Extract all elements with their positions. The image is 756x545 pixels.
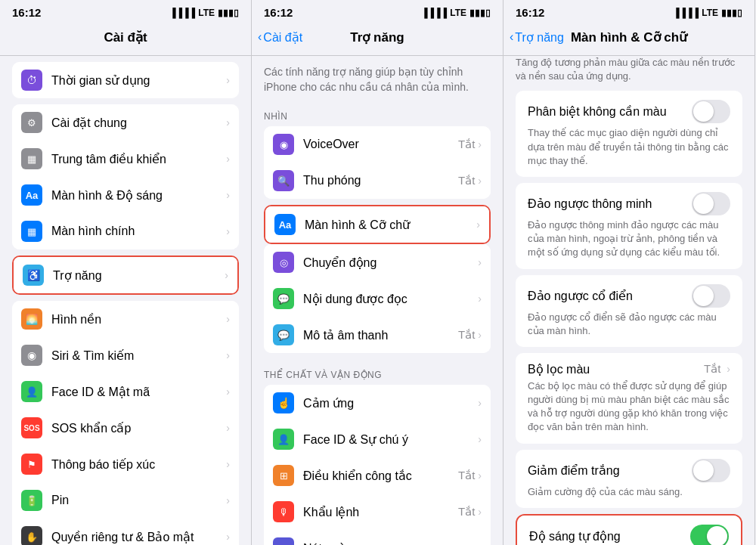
chevron-tro-nang: › <box>225 269 228 281</box>
list-item-face-id[interactable]: 👤 Face ID & Mật mã › <box>12 373 239 410</box>
cam-ung-icon: ☝ <box>273 392 294 413</box>
toggle-gdt-thumb <box>693 460 714 481</box>
row-gdt-desc: Giảm cường độ của các màu sáng. <box>528 485 730 499</box>
man-hinh-co-chu-icon: Aa <box>274 214 296 235</box>
toggle-dncd[interactable] <box>692 284 730 308</box>
mo-ta-value: Tắt <box>458 328 475 342</box>
list-item-cai-dat-chung[interactable]: ⚙ Cài đặt chung › <box>12 104 239 141</box>
nav-bar-1: Cài đặt <box>0 22 251 55</box>
list-item-chuyen-dong[interactable]: ◎ Chuyển động › <box>264 244 491 280</box>
dieu-khien-icon: ⊞ <box>273 465 294 486</box>
noi-dung-icon: 💬 <box>273 288 294 309</box>
back-arrow-3: ‹ <box>510 30 513 44</box>
toggle-dntm[interactable] <box>692 192 730 215</box>
list-item-thu-phong[interactable]: 🔍 Thu phóng Tắt › <box>264 163 491 199</box>
settings-list-2[interactable]: Các tính năng trợ năng giúp bạn tùy chỉn… <box>252 56 503 545</box>
chevron-3: › <box>226 189 230 201</box>
man-hinh-chinh-icon: ▦ <box>21 221 42 242</box>
back-button-2[interactable]: ‹ Cài đặt <box>258 30 302 45</box>
list-item-sos[interactable]: SOS SOS khẩn cấp › <box>12 410 239 446</box>
cai-dat-chung-icon: ⚙ <box>21 112 42 133</box>
chevron-11: › <box>226 494 230 506</box>
chevron-mt: › <box>478 329 482 341</box>
khau-lenh-label: Khẩu lệnh <box>303 505 458 519</box>
row-dncd-title-row: Đảo ngược cổ điển <box>528 284 730 308</box>
row-dncd-title: Đảo ngược cổ điển <box>528 289 633 303</box>
list-item-tro-nang[interactable]: ♿ Trợ năng › <box>14 257 237 293</box>
nut-suon-label: Nút sườn <box>303 541 478 545</box>
chevron-nd: › <box>478 293 482 305</box>
chevron-12: › <box>226 531 230 543</box>
back-label-2: Cài đặt <box>263 30 302 45</box>
thu-phong-label: Thu phóng <box>303 174 458 187</box>
back-button-3[interactable]: ‹ Trợ năng <box>510 30 564 45</box>
list-item-man-hinh-do-sang[interactable]: Aa Màn hình & Độ sáng › <box>12 177 239 213</box>
toggle-phan-biet[interactable] <box>692 100 730 123</box>
list-item-quyen-rieng[interactable]: ✋ Quyền riêng tư & Bảo mật › <box>12 519 239 545</box>
status-icons-3: ▐▐▐▐ LTE ▮▮▮▯ <box>673 8 742 18</box>
status-icons-2: ▐▐▐▐ LTE ▮▮▮▯ <box>421 8 491 18</box>
battery-icon-1: ▮▮▮▯ <box>218 8 239 18</box>
list-item-faceid-schu-y[interactable]: 👤 Face ID & Sự chú ý › <box>264 421 491 457</box>
row-dntm-title: Đảo ngược thông minh <box>528 197 652 211</box>
list-item-trung-tam[interactable]: ▦ Trung tâm điều khiển › <box>12 141 239 177</box>
face-id-icon: 👤 <box>21 381 42 402</box>
toggle-dntm-thumb <box>693 194 714 214</box>
list-group-nhin2: ◎ Chuyển động › 💬 Nội dung được đọc › 💬 … <box>264 244 491 353</box>
toggle-gdt[interactable] <box>692 459 730 482</box>
cam-ung-label: Cảm ứng <box>303 396 478 410</box>
quyen-rieng-label: Quyền riêng tư & Bảo mật <box>51 530 226 544</box>
row-blm-value: Tắt <box>704 362 720 376</box>
list-item-thong-bao[interactable]: ⚑ Thông báo tiếp xúc › <box>12 446 239 482</box>
panel3-content[interactable]: Tăng độ tương phản màu giữa các màu nền … <box>503 56 754 545</box>
pin-icon: 🔋 <box>21 490 42 511</box>
list-item-man-hinh-chinh[interactable]: ▦ Màn hình chính › <box>12 213 239 249</box>
list-item-noi-dung[interactable]: 💬 Nội dung được đọc › <box>264 280 491 317</box>
tro-nang-description: Các tính năng trợ năng giúp bạn tùy chỉn… <box>252 56 503 101</box>
voiceover-icon: ◉ <box>273 134 294 155</box>
list-item-mo-ta[interactable]: 💬 Mô tả âm thanh Tắt › <box>264 317 491 353</box>
panel-tro-nang: 16:12 ▐▐▐▐ LTE ▮▮▮▯ ‹ Cài đặt Trợ năng C… <box>252 0 503 545</box>
list-item-siri[interactable]: ◉ Siri & Tìm kiếm › <box>12 337 239 373</box>
row-blm-desc: Các bộ lọc màu có thể được sử dụng để gi… <box>528 379 730 435</box>
chevron-dk: › <box>478 469 482 482</box>
lte-label-3: LTE <box>702 8 718 18</box>
list-item-khau-lenh[interactable]: 🎙 Khẩu lệnh Tắt › <box>264 494 491 530</box>
list-item-nut-suon[interactable]: ↕ Nút sườn › <box>264 530 491 545</box>
list-item-hinh-nen[interactable]: 🌅 Hình nền › <box>12 301 239 337</box>
faceid-schu-icon: 👤 <box>273 429 294 450</box>
list-group-main: ⚙ Cài đặt chung › ▦ Trung tâm điều khiển… <box>12 104 239 249</box>
row-giam-diem-trang: Giảm điểm trắng Giảm cường độ của các mà… <box>516 450 742 508</box>
settings-list-1[interactable]: ⏱ Thời gian sử dụng › ⚙ Cài đặt chung › … <box>0 56 251 545</box>
row-blm-title-row[interactable]: Bộ lọc màu Tắt › <box>528 362 730 376</box>
man-hinh-chinh-label: Màn hình chính <box>51 225 226 238</box>
dieu-khien-value: Tắt <box>458 469 475 482</box>
section-header-thechat: THỂ CHẤT VÀ VẬN ĐỘNG <box>252 359 503 385</box>
status-bar-2: 16:12 ▐▐▐▐ LTE ▮▮▮▯ <box>252 0 503 22</box>
siri-icon: ◉ <box>21 345 42 366</box>
hinh-nen-icon: 🌅 <box>21 308 42 330</box>
hinh-nen-label: Hình nền <box>51 312 226 327</box>
list-item-man-hinh-co-chu[interactable]: Aa Màn hình & Cỡ chữ › <box>265 206 489 243</box>
list-item-pin[interactable]: 🔋 Pin › <box>12 482 239 519</box>
list-item-voiceover[interactable]: ◉ VoiceOver Tắt › <box>264 126 491 163</box>
list-item-dieu-khien[interactable]: ⊞ Điều khiển công tắc Tắt › <box>264 457 491 494</box>
time-1: 16:12 <box>12 6 41 19</box>
list-item-cam-ung[interactable]: ☝ Cảm ứng › <box>264 385 491 421</box>
row-dst-title-row: Độ sáng tự động <box>529 525 729 545</box>
voiceover-value: Tắt <box>458 138 475 151</box>
row-dao-nguoc-thong-minh: Đảo ngược thông minh Đảo ngược thông min… <box>516 183 742 269</box>
chevron-9: › <box>226 422 230 434</box>
chevron-2: › <box>226 153 230 165</box>
chuyen-dong-label: Chuyển động <box>303 255 478 270</box>
nav-bar-2: ‹ Cài đặt Trợ năng <box>252 22 503 55</box>
toggle-dst[interactable] <box>690 525 729 545</box>
man-hinh-co-chu-label: Màn hình & Cỡ chữ <box>305 218 476 232</box>
chevron-10: › <box>226 458 230 470</box>
man-hinh-co-chu-highlight: Aa Màn hình & Cỡ chữ › <box>264 205 491 244</box>
list-item-thoi-gian[interactable]: ⏱ Thời gian sử dụng › <box>12 62 239 98</box>
khau-lenh-value: Tắt <box>458 505 475 519</box>
lte-label-2: LTE <box>450 8 466 18</box>
do-sang-highlight-wrapper: Độ sáng tự động Tắt độ sáng tự động có t… <box>516 514 742 545</box>
section-header-nhin: NHÌN <box>252 101 503 126</box>
